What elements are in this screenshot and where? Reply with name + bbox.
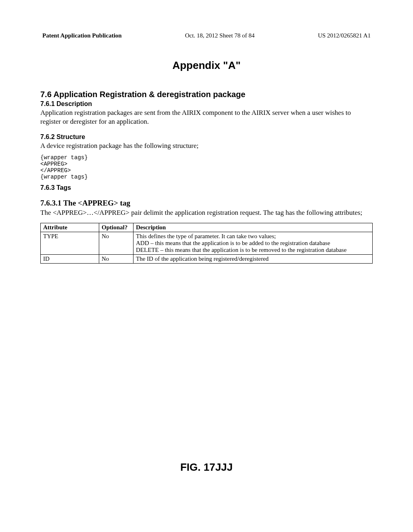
attributes-table: Attribute Optional? Description TYPE No …	[40, 223, 373, 264]
header-right: US 2012/0265821 A1	[318, 32, 371, 39]
table-row: ID No The ID of the application being re…	[41, 255, 373, 264]
header-left: Patent Application Publication	[42, 32, 122, 39]
page-header: Patent Application Publication Oct. 18, …	[40, 32, 373, 39]
cell-attr: ID	[41, 255, 99, 264]
section-7-6-3-1-heading: 7.6.3.1 The <APPREG> tag	[40, 199, 373, 208]
structure-code-block: {wrapper tags} <APPREG> </APPREG> {wrapp…	[40, 154, 373, 180]
th-optional: Optional?	[99, 223, 133, 232]
cell-attr: TYPE	[41, 232, 99, 255]
th-attribute: Attribute	[41, 223, 99, 232]
cell-opt: No	[99, 255, 133, 264]
figure-label: FIG. 17JJJ	[0, 461, 413, 474]
section-7-6-1-text: Application registration packages are se…	[40, 108, 373, 126]
table-header-row: Attribute Optional? Description	[41, 223, 373, 232]
th-description: Description	[133, 223, 373, 232]
section-7-6-2-heading: 7.6.2 Structure	[40, 133, 373, 141]
cell-opt: No	[99, 232, 133, 255]
section-7-6-2-text: A device registration package has the fo…	[40, 141, 373, 150]
table-row: TYPE No This defines the type of paramet…	[41, 232, 373, 255]
section-7-6-heading: 7.6 Application Registration & deregistr…	[40, 90, 373, 99]
section-7-6-3-heading: 7.6.3 Tags	[40, 184, 373, 191]
header-center: Oct. 18, 2012 Sheet 78 of 84	[185, 32, 254, 39]
appendix-title: Appendix "A"	[40, 59, 373, 72]
cell-desc: The ID of the application being register…	[133, 255, 373, 264]
section-7-6-1-heading: 7.6.1 Description	[40, 100, 373, 108]
section-7-6-3-1-text: The <APPREG>…</APPREG> pair delimit the …	[40, 208, 373, 217]
cell-desc: This defines the type of parameter. It c…	[133, 232, 373, 255]
